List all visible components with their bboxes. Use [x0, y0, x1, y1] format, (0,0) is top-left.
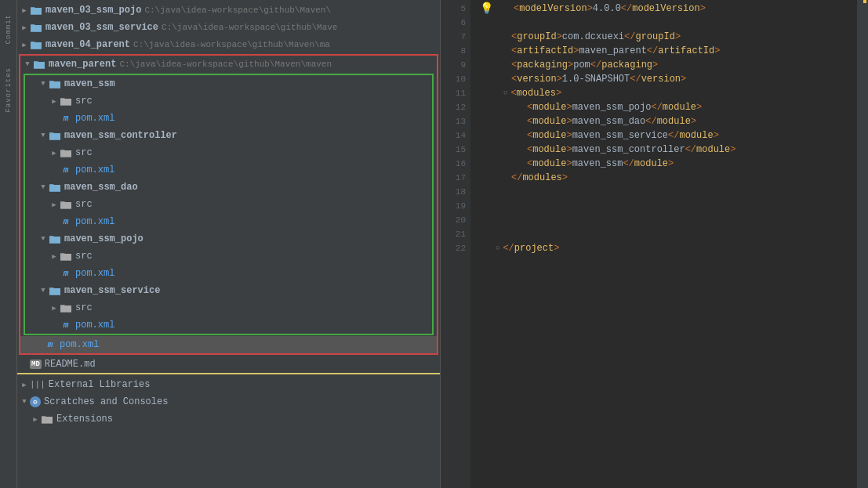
tree-item-maven-ssm-controller[interactable]: maven_ssm_controller [25, 127, 432, 144]
tree-item-readme[interactable]: MD README.md [17, 356, 440, 373]
tree-item-ssm-src[interactable]: src [25, 92, 432, 110]
tree-item-maven-parent[interactable]: maven_parent C:\java\idea-workspace\gith… [20, 56, 437, 73]
favorites-label[interactable]: Favorites [5, 67, 13, 113]
item-label: maven_parent [49, 59, 116, 70]
item-label: maven_03_ssm_pojo [45, 5, 141, 16]
code-line-18 [480, 185, 857, 199]
xml-bracket: < [510, 86, 516, 100]
xml-bracket: > [566, 144, 572, 155]
tree-item-maven-ssm-service[interactable]: maven_ssm_service [25, 282, 432, 299]
gutter-mark [863, 0, 866, 3]
tree-item-maven04-parent[interactable]: maven_04_parent C:\java\idea-workspace\g… [17, 36, 440, 53]
tree-item-dao-src[interactable]: src [25, 196, 432, 213]
xml-tag: module [532, 158, 566, 169]
item-path: C:\java\idea-workspace\github\Maven\ma [133, 40, 330, 49]
xml-tag: module [679, 130, 713, 141]
code-line-7: <groupId>com.dcxuexi</groupId> [480, 30, 857, 44]
tree-item-maven03-pojo[interactable]: maven_03_ssm_pojo C:\java\idea-workspace… [17, 2, 440, 19]
xml-tag: module [532, 144, 566, 155]
tree-item-svc-pom[interactable]: m pom.xml [25, 316, 432, 334]
xml-value: maven_ssm_pojo [572, 102, 652, 113]
xml-bracket: > [556, 86, 561, 100]
xml-bracket: </ [630, 74, 641, 85]
tree-item-dao-pom[interactable]: m pom.xml [25, 213, 432, 230]
commit-label[interactable]: Commit [5, 14, 13, 44]
item-label: maven_ssm_service [64, 285, 160, 296]
xml-bracket: </ [647, 45, 658, 56]
code-line-13: <module>maven_ssm_dao</module> [480, 114, 857, 128]
left-sidebar-strip: Commit Favorites [0, 0, 17, 488]
project-tree[interactable]: maven_03_ssm_pojo C:\java\idea-workspace… [17, 0, 440, 488]
arrow-icon [38, 233, 49, 244]
maven-icon: m [60, 164, 72, 176]
xml-tag: modelVersion [632, 3, 699, 14]
tree-item-svc-src[interactable]: src [25, 299, 432, 316]
tree-item-scratches[interactable]: ⚙ Scratches and Consoles [17, 393, 440, 410]
folder-icon [60, 146, 72, 159]
line-numbers: 5 6 7 8 9 10 11 12 13 14 15 16 17 18 19 … [441, 0, 470, 488]
xml-tag: modules [517, 86, 556, 100]
maven-icon: m [60, 112, 72, 125]
item-label: README.md [45, 359, 96, 370]
arrow-icon [19, 39, 30, 50]
arrow-icon [22, 59, 33, 70]
xml-bracket: </ [645, 116, 656, 127]
xml-bracket: </ [651, 102, 662, 113]
xml-bracket: > [566, 116, 572, 127]
tree-item-maven-ssm[interactable]: maven_ssm [25, 75, 432, 92]
xml-bracket: </ [668, 130, 679, 141]
xml-tag: packaging [601, 60, 652, 70]
green-border-box: maven_ssm src m pom.xml [24, 74, 434, 335]
tree-item-maven-ssm-dao[interactable]: maven_ssm_dao [25, 179, 432, 196]
tree-item-maven-ssm-pojo[interactable]: maven_ssm_pojo [25, 230, 432, 248]
item-label: pom.xml [75, 216, 114, 227]
folder-icon [60, 250, 72, 262]
tree-item-ssm-pom[interactable]: m pom.xml [25, 110, 432, 127]
xml-bracket: </ [685, 144, 696, 155]
code-indent: <module>maven_ssm_service</module> [480, 128, 719, 143]
xml-bracket: </ [503, 241, 514, 255]
item-path: C:\java\idea-workspace\github\Maven\ [144, 5, 331, 15]
code-line-11: ○ <modules> [480, 86, 857, 100]
arrow-icon [49, 96, 60, 107]
item-label: maven_ssm_pojo [64, 233, 143, 244]
xml-tag: module [657, 116, 691, 127]
tree-item-maven03-service[interactable]: maven_03_ssm_service C:\java\idea-worksp… [17, 19, 440, 36]
xml-tag: version [517, 74, 556, 85]
tree-item-parent-pom[interactable]: m pom.xml [20, 336, 437, 353]
xml-bracket: > [696, 102, 702, 113]
item-label: src [75, 96, 93, 107]
item-label: src [75, 302, 93, 313]
xml-bracket: > [714, 130, 719, 141]
xml-bracket: > [566, 158, 572, 169]
tree-item-ctrl-pom[interactable]: m pom.xml [25, 161, 432, 179]
xml-bracket: </ [590, 60, 601, 70]
tree-item-extensions[interactable]: Extensions [17, 410, 440, 428]
xml-tag: modelVersion [519, 3, 587, 14]
xml-tag: module [532, 102, 566, 113]
code-area: 💡 <modelVersion>4.0.0</modelVersion> <gr… [470, 0, 857, 488]
xml-value: maven_parent [579, 45, 646, 56]
xml-tag: groupId [517, 31, 556, 42]
xml-bracket: > [566, 130, 572, 141]
folder-icon [60, 302, 72, 314]
code-line-12: <module>maven_ssm_pojo</module> [480, 100, 857, 114]
xml-bracket: > [700, 3, 706, 14]
code-line-16: <module>maven_ssm</module> [480, 157, 857, 171]
tree-item-ext-libs[interactable]: ||| External Libraries [17, 376, 440, 393]
code-line-20 [480, 213, 857, 227]
code-indent: <modelVersion>4.0.0</modelVersion> [498, 2, 706, 16]
tree-item-pojo-pom[interactable]: m pom.xml [25, 265, 432, 282]
maven-icon: m [44, 338, 56, 351]
xml-bracket: > [691, 116, 696, 127]
code-indent: <artifactId>maven_parent</artifactId> [480, 44, 720, 58]
xml-bracket: > [652, 60, 658, 70]
xml-bracket: > [557, 74, 562, 85]
scroll-gutter[interactable] [857, 0, 868, 488]
tree-item-ctrl-src[interactable]: src [25, 144, 432, 161]
code-line-6 [480, 16, 857, 30]
folder-icon [41, 413, 53, 425]
tree-item-pojo-src[interactable]: src [25, 248, 432, 265]
xml-bracket: </ [623, 158, 634, 169]
code-indent: <module>maven_ssm_pojo</module> [480, 100, 702, 114]
